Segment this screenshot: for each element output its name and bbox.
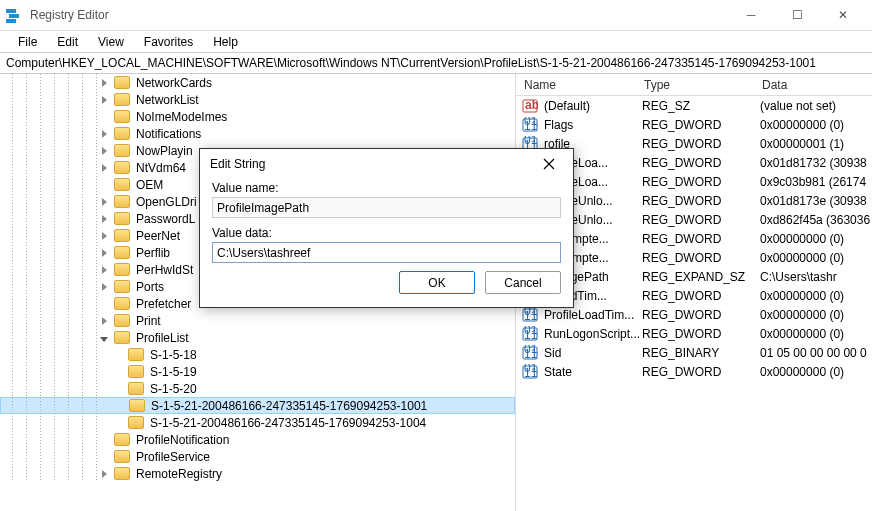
tree-guide-line (82, 74, 83, 482)
chevron-right-icon[interactable] (98, 195, 110, 209)
value-row[interactable]: 011110FlagsREG_DWORD0x00000000 (0) (516, 115, 872, 134)
value-row[interactable]: 011110SidREG_BINARY01 05 00 00 00 00 0 (516, 343, 872, 362)
tree-guide-line (54, 74, 55, 482)
minimize-button[interactable]: ─ (728, 0, 774, 30)
value-name: Flags (544, 118, 642, 132)
svg-text:110: 110 (524, 119, 538, 133)
chevron-down-icon[interactable] (98, 331, 110, 345)
svg-rect-1 (9, 14, 19, 18)
tree-item[interactable]: ProfileNotification (0, 431, 515, 448)
folder-icon (114, 433, 130, 446)
folder-icon (114, 314, 130, 327)
value-type: REG_DWORD (642, 251, 760, 265)
value-row[interactable]: 011110RunLogonScript...REG_DWORD0x000000… (516, 324, 872, 343)
value-data-input[interactable] (212, 242, 561, 263)
tree-guide-line (68, 74, 69, 482)
tree-item[interactable]: Notifications (0, 125, 515, 142)
chevron-right-icon[interactable] (98, 212, 110, 226)
value-row[interactable]: ab(Default)REG_SZ(value not set) (516, 96, 872, 115)
menu-view[interactable]: View (88, 35, 134, 49)
tree-item[interactable]: S-1-5-21-200486166-247335145-1769094253-… (0, 414, 515, 431)
chevron-right-icon[interactable] (98, 246, 110, 260)
close-button[interactable]: ✕ (820, 0, 866, 30)
tree-item-label: RemoteRegistry (134, 467, 222, 481)
value-type: REG_DWORD (642, 308, 760, 322)
chevron-right-icon[interactable] (98, 76, 110, 90)
value-type: REG_DWORD (642, 213, 760, 227)
tree-item[interactable]: S-1-5-18 (0, 346, 515, 363)
tree-item-label: Ports (134, 280, 164, 294)
tree-item[interactable]: NetworkCards (0, 74, 515, 91)
folder-icon (114, 127, 130, 140)
value-type: REG_DWORD (642, 327, 760, 341)
binary-value-icon: 011110 (522, 307, 538, 323)
tree-item-label: S-1-5-19 (148, 365, 197, 379)
svg-rect-0 (6, 9, 16, 13)
tree-item-label: ProfileNotification (134, 433, 229, 447)
value-name-input (212, 197, 561, 218)
tree-item[interactable]: NoImeModeImes (0, 108, 515, 125)
value-type: REG_DWORD (642, 137, 760, 151)
value-name: (Default) (544, 99, 642, 113)
value-type: REG_DWORD (642, 118, 760, 132)
chevron-right-icon[interactable] (98, 93, 110, 107)
value-type: REG_DWORD (642, 289, 760, 303)
menu-favorites[interactable]: Favorites (134, 35, 203, 49)
folder-icon (114, 93, 130, 106)
tree-item[interactable]: S-1-5-19 (0, 363, 515, 380)
binary-value-icon: 011110 (522, 326, 538, 342)
value-row[interactable]: 011110StateREG_DWORD0x00000000 (0) (516, 362, 872, 381)
menu-help[interactable]: Help (203, 35, 248, 49)
menu-file[interactable]: File (8, 35, 47, 49)
value-type: REG_EXPAND_SZ (642, 270, 760, 284)
chevron-right-icon[interactable] (98, 229, 110, 243)
tree-item[interactable]: RemoteRegistry (0, 465, 515, 482)
menu-edit[interactable]: Edit (47, 35, 88, 49)
chevron-right-icon[interactable] (98, 467, 110, 481)
value-data: 0x00000000 (0) (760, 308, 872, 322)
cancel-button[interactable]: Cancel (485, 271, 561, 294)
tree-item-label: Notifications (134, 127, 201, 141)
ok-button[interactable]: OK (399, 271, 475, 294)
chevron-right-icon[interactable] (98, 144, 110, 158)
folder-icon (114, 195, 130, 208)
folder-icon (114, 331, 130, 344)
tree-item-label: PeerNet (134, 229, 180, 243)
folder-icon (114, 76, 130, 89)
chevron-right-icon[interactable] (98, 280, 110, 294)
dialog-close-button[interactable] (543, 158, 563, 170)
address-bar[interactable]: Computer\HKEY_LOCAL_MACHINE\SOFTWARE\Mic… (0, 52, 872, 74)
col-type[interactable]: Type (636, 78, 754, 92)
svg-rect-2 (6, 19, 16, 23)
value-data: 0xd862f45a (363036 (760, 213, 872, 227)
col-data[interactable]: Data (754, 78, 872, 92)
chevron-right-icon[interactable] (98, 263, 110, 277)
tree-item-label: OpenGLDri (134, 195, 197, 209)
value-type: REG_DWORD (642, 194, 760, 208)
chevron-right-icon[interactable] (98, 161, 110, 175)
regedit-icon (6, 7, 22, 23)
tree-item[interactable]: S-1-5-20 (0, 380, 515, 397)
tree-item-label: S-1-5-18 (148, 348, 197, 362)
tree-item[interactable]: ProfileService (0, 448, 515, 465)
tree-item-label: PasswordL (134, 212, 195, 226)
col-name[interactable]: Name (516, 78, 636, 92)
folder-icon (128, 348, 144, 361)
tree-item[interactable]: ProfileList (0, 329, 515, 346)
folder-icon (128, 416, 144, 429)
maximize-button[interactable]: ☐ (774, 0, 820, 30)
chevron-right-icon[interactable] (98, 314, 110, 328)
chevron-right-icon[interactable] (98, 127, 110, 141)
folder-icon (114, 212, 130, 225)
value-data: C:\Users\tashr (760, 270, 872, 284)
folder-icon (114, 246, 130, 259)
tree-item[interactable]: S-1-5-21-200486166-247335145-1769094253-… (0, 397, 515, 414)
value-data: 0x00000000 (0) (760, 251, 872, 265)
tree-item[interactable]: Print (0, 312, 515, 329)
tree-item-label: NoImeModeImes (134, 110, 227, 124)
dialog-titlebar[interactable]: Edit String (200, 149, 573, 179)
value-data: (value not set) (760, 99, 872, 113)
folder-icon (129, 399, 145, 412)
tree-item-label: PerHwIdSt (134, 263, 193, 277)
tree-item[interactable]: NetworkList (0, 91, 515, 108)
